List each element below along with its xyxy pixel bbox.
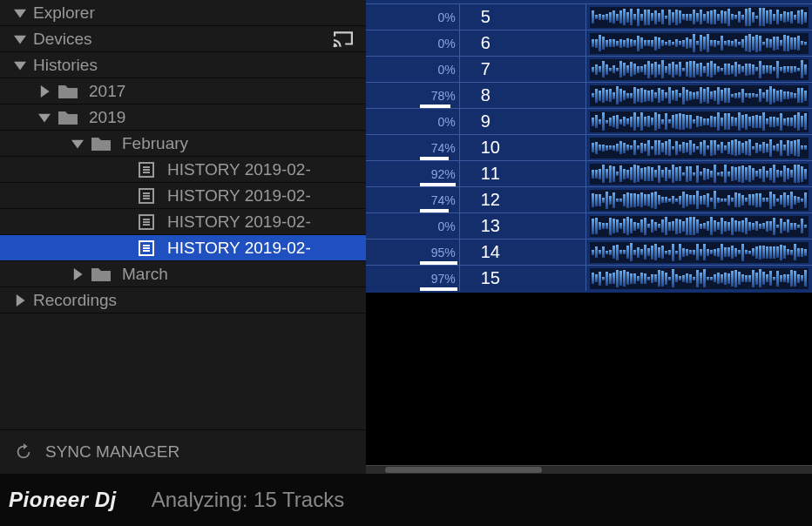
analyze-percent: 0% — [420, 109, 460, 134]
tree-item-2019[interactable]: 2019 — [0, 105, 366, 131]
sync-manager-button[interactable]: SYNC MANAGER — [0, 429, 366, 474]
waveform — [590, 216, 809, 237]
horizontal-scrollbar[interactable] — [366, 465, 812, 474]
playlist-icon — [138, 212, 157, 232]
waveform — [590, 7, 809, 28]
folder-icon — [58, 83, 78, 100]
playlist-icon — [138, 160, 157, 179]
track-number: 15 — [460, 266, 586, 291]
tree-item-histories[interactable]: Histories — [0, 52, 366, 78]
track-row[interactable]: 95%14 — [366, 239, 812, 265]
chevron-down-icon — [37, 110, 52, 125]
svg-point-0 — [333, 44, 335, 47]
tree-item-history[interactable]: HISTORY 2019-02- — [0, 157, 366, 183]
folder-icon — [58, 109, 78, 126]
chevron-right-icon — [37, 84, 52, 99]
track-panel: 0%50%60%778%80%974%1092%1174%120%1395%14… — [366, 0, 812, 474]
pioneer-dj-logo: Pioneer Dj — [9, 488, 117, 512]
tree-item-2017[interactable]: 2017 — [0, 78, 366, 105]
tree-label: 2019 — [89, 108, 125, 127]
waveform — [590, 111, 809, 132]
status-bar: Pioneer Dj Analyzing: 15 Tracks — [0, 474, 812, 526]
tree-item-devices[interactable]: Devices — [0, 26, 366, 52]
analyze-percent: 97% — [420, 266, 460, 291]
tree-label: HISTORY 2019-02- — [167, 212, 311, 232]
track-row[interactable]: 78%8 — [366, 82, 812, 108]
waveform-cell — [590, 241, 809, 264]
tree-item-explorer[interactable]: Explorer — [0, 0, 366, 26]
tree-item-february[interactable]: February — [0, 131, 366, 157]
tree-label: Explorer — [33, 3, 95, 23]
tree-label: March — [122, 265, 168, 284]
track-number: 9 — [460, 109, 586, 134]
tree-item-history[interactable]: HISTORY 2019-02- — [0, 183, 366, 209]
tree: Explorer Devices Histories 2017 2019 — [0, 0, 366, 429]
track-row[interactable]: 97%15 — [366, 265, 812, 291]
tree-label: HISTORY 2019-02- — [167, 160, 311, 179]
track-row[interactable]: 0%6 — [366, 30, 812, 56]
track-list: 0%50%60%778%80%974%1092%1174%120%1395%14… — [366, 3, 812, 291]
tree-item-history[interactable]: HISTORY 2019-02- — [0, 209, 366, 235]
waveform — [590, 59, 809, 80]
tree-label: Devices — [33, 30, 92, 49]
track-row[interactable]: 74%12 — [366, 186, 812, 212]
playlist-icon — [138, 186, 157, 206]
folder-icon — [91, 135, 112, 152]
track-number: 12 — [460, 187, 586, 212]
track-row[interactable]: 0%7 — [366, 56, 812, 82]
waveform — [590, 33, 809, 54]
track-row[interactable]: 74%10 — [366, 134, 812, 160]
waveform-cell — [590, 111, 809, 133]
tree-item-history-selected[interactable]: HISTORY 2019-02- — [0, 235, 366, 261]
tree-label: 2017 — [89, 82, 125, 101]
track-number: 10 — [460, 135, 586, 160]
waveform-cell — [590, 267, 809, 290]
tree-item-march[interactable]: March — [0, 261, 366, 287]
waveform-cell — [590, 137, 809, 159]
analyze-percent: 78% — [420, 83, 460, 108]
sidebar: Explorer Devices Histories 2017 2019 — [0, 0, 366, 474]
waveform — [590, 190, 809, 211]
cast-icon[interactable] — [331, 30, 355, 49]
waveform-cell — [590, 58, 809, 81]
playlist-icon — [138, 239, 157, 258]
empty-area — [366, 293, 812, 474]
track-row[interactable]: 0%9 — [366, 108, 812, 134]
waveform-cell — [590, 189, 809, 212]
sync-icon — [14, 442, 33, 462]
folder-icon — [91, 266, 112, 283]
track-number: 5 — [460, 4, 586, 30]
analyze-percent: 0% — [420, 213, 460, 239]
track-row[interactable]: 0%5 — [366, 3, 812, 30]
waveform-cell — [590, 84, 809, 107]
track-number: 7 — [460, 57, 586, 82]
sync-manager-label: SYNC MANAGER — [45, 442, 179, 462]
track-number: 11 — [460, 161, 586, 186]
waveform — [590, 268, 809, 289]
chevron-down-icon — [12, 5, 28, 21]
analyze-percent: 0% — [420, 30, 460, 56]
track-number: 6 — [460, 30, 586, 56]
tree-item-recordings[interactable]: Recordings — [0, 287, 366, 314]
waveform — [590, 85, 809, 106]
chevron-down-icon — [12, 31, 28, 47]
track-row[interactable]: 0%13 — [366, 212, 812, 239]
waveform — [590, 164, 809, 185]
chevron-down-icon — [70, 136, 85, 152]
chevron-right-icon — [70, 266, 85, 282]
track-row[interactable]: 92%11 — [366, 160, 812, 186]
waveform-cell — [590, 32, 809, 55]
scrollbar-thumb[interactable] — [385, 467, 542, 473]
tree-label: Histories — [33, 56, 98, 75]
tree-label: HISTORY 2019-02- — [167, 186, 311, 206]
analyze-percent: 92% — [420, 161, 460, 186]
tree-label: Recordings — [33, 291, 117, 310]
analyze-percent: 0% — [420, 57, 460, 82]
waveform-cell — [590, 215, 809, 238]
tree-label: HISTORY 2019-02- — [167, 239, 311, 258]
tree-label: February — [122, 134, 188, 153]
waveform-cell — [590, 163, 809, 185]
waveform — [590, 138, 809, 158]
analyze-percent: 0% — [420, 4, 460, 30]
chevron-right-icon — [12, 293, 28, 308]
